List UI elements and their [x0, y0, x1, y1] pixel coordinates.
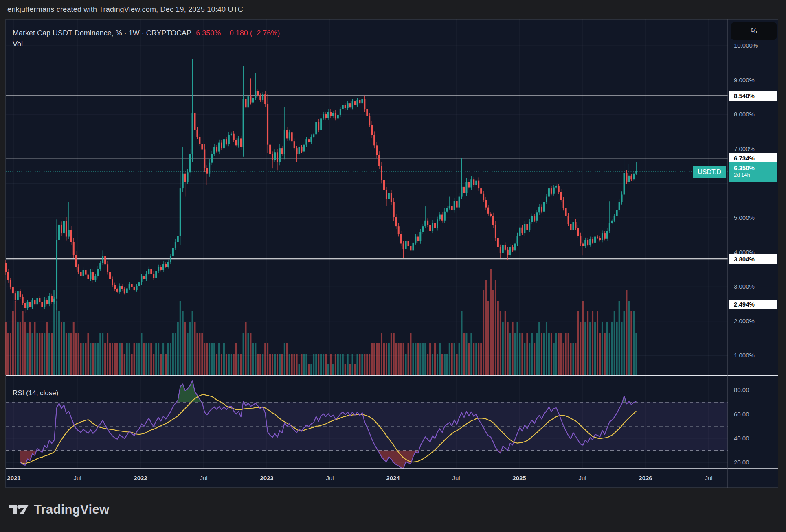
tradingview-logo-icon	[9, 504, 29, 516]
chart-canvas[interactable]	[0, 0, 786, 532]
screenshot-root: { "header": {"attribution": "erikjufferm…	[0, 0, 786, 532]
axis-unit-button[interactable]: %	[731, 22, 777, 40]
tradingview-logo[interactable]: TradingView	[9, 502, 109, 517]
tradingview-logo-text: TradingView	[34, 502, 109, 517]
